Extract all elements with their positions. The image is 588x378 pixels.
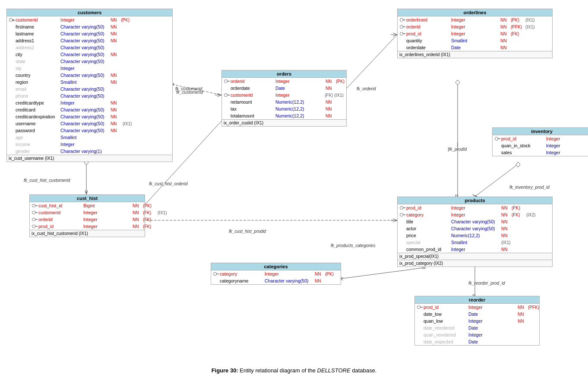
row-lastname: lastname Character varying(50) NN <box>7 30 172 37</box>
row-inv-quan: quan_in_stock Integer NN <box>493 142 588 149</box>
svg-line-8 <box>393 35 397 36</box>
row-prod-common: common_prod_id Integer NN <box>398 246 552 253</box>
svg-point-54 <box>400 19 403 22</box>
footer-products-1: ix_prod_special(IX1) <box>398 253 552 260</box>
svg-rect-61 <box>498 138 500 139</box>
key-icon-orderid <box>224 79 230 83</box>
row-reorder-dateexpected: date_expected Date <box>415 338 539 345</box>
key-icon-orderlineid <box>399 18 405 22</box>
svg-point-58 <box>400 32 403 35</box>
svg-marker-29 <box>455 80 460 85</box>
svg-rect-73 <box>403 214 405 215</box>
row-custhistid: cust_hist_id Bigint NN (PK) <box>30 202 145 209</box>
row-cat-categoryname: categoryname Character varying(50) NN <box>211 277 341 284</box>
row-prod-id: prod_id Integer NN (PK) <box>398 204 552 211</box>
erd-diagram: fk_customerid fk_customerid fk_orderid f… <box>0 0 588 363</box>
figure-caption: Figure 30: Entity relational diagram of … <box>0 363 588 378</box>
row-email: email Character varying(50) <box>7 86 172 92</box>
svg-point-68 <box>32 225 35 228</box>
key-icon-prod-category <box>399 213 405 217</box>
footer-customers: ix_cust_username (IX1) <box>7 155 172 162</box>
table-cust-hist: cust_hist cust_hist_id Bigint NN (PK) cu… <box>29 194 145 237</box>
row-address1: address1 Character varying(50) NN <box>7 37 172 44</box>
svg-point-70 <box>400 206 403 210</box>
svg-rect-49 <box>13 20 13 21</box>
svg-line-36 <box>341 268 423 279</box>
svg-rect-77 <box>420 307 423 308</box>
row-ch-orderid: orderid Integer NN (FK) <box>30 216 145 223</box>
key-icon-customerid <box>9 18 15 22</box>
row-inv-prodid: prod_id Integer NN (PFK) <box>493 135 588 142</box>
svg-line-23 <box>393 220 397 222</box>
footer-cust-hist: ix_cust_hist_customerid (IX1) <box>30 230 145 237</box>
row-age: age Smallint <box>7 134 172 141</box>
svg-line-6 <box>342 35 397 93</box>
label-fk-inventory-prod-id: fk_inventory_prod_id <box>509 185 550 190</box>
label-fk-prodId: |fk_prodId <box>448 147 467 152</box>
svg-rect-48 <box>13 20 14 21</box>
spacer <box>9 25 15 29</box>
footer-orderlines: ix_orderlines_orderid (IX1) <box>398 51 552 58</box>
row-orders-customerid: customerid Integer (FK) (IX1) <box>222 92 346 98</box>
footer-orders: ix_order_custid (IX1) <box>222 119 346 126</box>
row-gender: gender Character varying(1) <box>7 148 172 155</box>
orders-header: orders <box>222 70 346 78</box>
label-fk-cust-hist-orderid: fk_cust_hist_orderid <box>149 181 188 186</box>
row-income: income Integer <box>7 141 172 148</box>
caption-bold: Figure 30: <box>212 367 238 374</box>
svg-rect-55 <box>403 19 405 20</box>
row-creditcardexpiration: creditcardexpiration Character varying(5… <box>7 113 172 120</box>
row-zip: zip Integer <box>7 65 172 72</box>
svg-point-64 <box>32 211 35 214</box>
row-ol-prodid: prod_id Integer NN (FK) <box>398 30 552 37</box>
caption-text: Entity relational diagram of the <box>238 367 317 374</box>
row-orderdate: orderdate Date NN <box>222 85 346 92</box>
svg-line-13 <box>85 190 86 194</box>
row-prod-price: price Numeric(12,2) NN <box>398 232 552 239</box>
svg-line-2 <box>217 95 221 97</box>
row-reorder-datelow: date_low Date NN <box>415 311 539 318</box>
svg-point-74 <box>214 273 217 276</box>
categories-header: categories <box>211 263 341 270</box>
label-fk-customerid-2: fk_customerid <box>175 86 202 91</box>
row-username: username Character varying(50) NN (IX1) <box>7 120 172 127</box>
cust-hist-header: cust_hist <box>30 195 145 202</box>
row-inv-sales: sales Integer NN <box>493 149 588 156</box>
row-prod-special: special Smallint (IX1) <box>398 239 552 246</box>
row-ol-quantity: quantity Smallint NN <box>398 37 552 44</box>
svg-rect-65 <box>35 212 38 213</box>
caption-suffix: database. <box>351 367 377 374</box>
svg-point-62 <box>32 204 35 207</box>
row-reorder-prodid: prod_id Integer NN (PFK) <box>415 304 539 311</box>
key-icon-category <box>213 272 219 276</box>
row-ol-orderid: orderid Integer NN (PFK) (IX1) <box>398 23 552 30</box>
row-prod-category: category Integer NN (FK) (IX2) <box>398 211 552 218</box>
row-creditcard: creditcard Character varying(50) NN <box>7 106 172 113</box>
label-fk-cust-hist-prodid: fk_cust_hist_prodid <box>229 229 266 234</box>
row-tax: tax Numeric(12,2) NN <box>222 105 346 112</box>
key-icon-ch-customerid <box>32 210 38 215</box>
key-icon-ol-orderid <box>399 25 405 29</box>
svg-rect-67 <box>35 219 38 220</box>
row-firstname: firstname Character varying(50) NN <box>7 23 172 30</box>
table-orderlines: orderlines orderlineid Integer NN (PK) (… <box>397 9 553 58</box>
svg-line-22 <box>393 219 397 220</box>
customers-header: customers <box>7 9 172 16</box>
row-ch-prodid: prod_id Integer NN (FK) <box>30 223 145 230</box>
key-icon-orders-customerid <box>224 93 230 97</box>
svg-point-50 <box>224 80 228 83</box>
svg-marker-33 <box>516 162 520 167</box>
row-country: country Character varying(50) NN <box>7 72 172 79</box>
key-icon-inv-prodid <box>494 137 500 141</box>
svg-rect-63 <box>35 205 38 206</box>
row-ch-customerid: customerid Integer NN (FK) (IX1) <box>30 209 145 216</box>
svg-rect-53 <box>227 95 230 95</box>
label-fk-products-categories: fk_products_categories <box>331 243 375 248</box>
row-address2: address2 Character varying(50) <box>7 44 172 51</box>
svg-line-1 <box>217 93 221 95</box>
label-fk-cust-hist-customerid: fk_cust_hist_customerid <box>24 178 70 183</box>
table-customers: customers customerid Integer NN (PK) fir… <box>6 9 173 162</box>
svg-rect-57 <box>403 26 405 27</box>
svg-rect-47 <box>12 19 15 20</box>
svg-point-46 <box>9 19 13 22</box>
